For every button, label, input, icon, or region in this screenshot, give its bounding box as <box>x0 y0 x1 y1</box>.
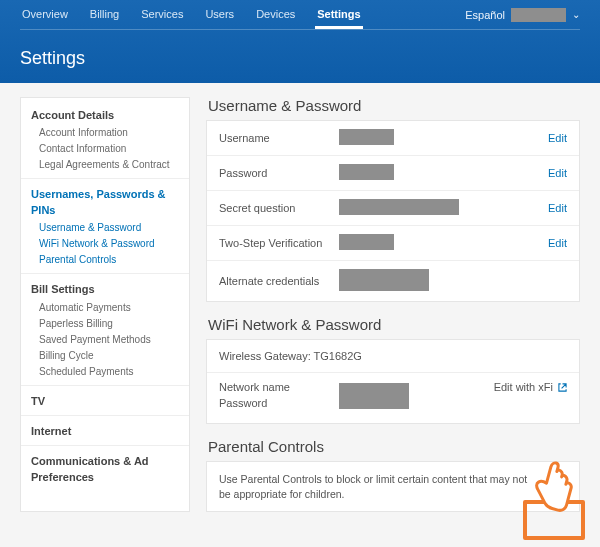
tab-billing[interactable]: Billing <box>88 1 121 29</box>
section-title-username-password: Username & Password <box>208 97 580 114</box>
sidebar-head-usernames-passwords-pins[interactable]: Usernames, Passwords & PINs <box>31 187 179 218</box>
sidebar-head-account-details[interactable]: Account Details <box>31 108 179 123</box>
sidebar-item-parental-controls[interactable]: Parental Controls <box>31 253 179 267</box>
section-title-wifi: WiFi Network & Password <box>208 316 580 333</box>
sidebar-item-scheduled-payments[interactable]: Scheduled Payments <box>31 365 179 379</box>
top-nav: Overview Billing Services Users Devices … <box>20 1 465 29</box>
password-value-redacted <box>339 164 394 180</box>
sidebar-item-legal[interactable]: Legal Agreements & Contract <box>31 158 179 172</box>
secret-question-value-redacted <box>339 199 459 215</box>
sidebar-head-bill-settings[interactable]: Bill Settings <box>31 282 179 297</box>
edit-two-step-link[interactable]: Edit <box>548 237 567 249</box>
username-value-redacted <box>339 129 394 145</box>
row-label-alternate-credentials: Alternate credentials <box>219 275 339 287</box>
row-label-two-step: Two-Step Verification <box>219 237 339 249</box>
sidebar-head-tv[interactable]: TV <box>31 394 179 409</box>
tab-settings[interactable]: Settings <box>315 1 362 29</box>
sidebar-head-communications[interactable]: Communications & Ad Preferences <box>31 454 179 485</box>
edit-with-xfi-link[interactable]: Edit with xFi <box>494 381 567 393</box>
user-name-redacted <box>511 8 566 22</box>
card-wifi: Wireless Gateway: TG1682G Network name P… <box>206 339 580 424</box>
edit-secret-question-link[interactable]: Edit <box>548 202 567 214</box>
row-label-password: Password <box>219 167 339 179</box>
sidebar-head-internet[interactable]: Internet <box>31 424 179 439</box>
page-title: Settings <box>20 30 580 83</box>
row-label-username: Username <box>219 132 339 144</box>
card-parental-controls: Use Parental Controls to block or limit … <box>206 461 580 512</box>
tab-users[interactable]: Users <box>203 1 236 29</box>
card-username-password: Username Edit Password Edit Secret quest… <box>206 120 580 302</box>
edit-password-link[interactable]: Edit <box>548 167 567 179</box>
alternate-credentials-value-redacted <box>339 269 429 291</box>
sidebar-item-auto-payments[interactable]: Automatic Payments <box>31 301 179 315</box>
language-label: Español <box>465 9 505 21</box>
wifi-network-name-label: Network name <box>219 381 339 393</box>
two-step-value-redacted <box>339 234 394 250</box>
tab-services[interactable]: Services <box>139 1 185 29</box>
sidebar-item-billing-cycle[interactable]: Billing Cycle <box>31 349 179 363</box>
sidebar-item-contact-info[interactable]: Contact Information <box>31 142 179 156</box>
chevron-down-icon: ⌄ <box>572 9 580 20</box>
section-title-parental-controls: Parental Controls <box>208 438 580 455</box>
edit-parental-controls-link[interactable]: Edit <box>548 481 567 493</box>
wifi-values-redacted <box>339 383 409 409</box>
tab-overview[interactable]: Overview <box>20 1 70 29</box>
sidebar-item-wifi-password[interactable]: WiFi Network & Password <box>31 237 179 251</box>
sidebar-item-paperless[interactable]: Paperless Billing <box>31 317 179 331</box>
wifi-gateway-label: Wireless Gateway: <box>219 350 311 362</box>
wifi-gateway-value: TG1682G <box>314 350 362 362</box>
sidebar-item-username-password[interactable]: Username & Password <box>31 221 179 235</box>
wifi-password-label: Password <box>219 397 339 409</box>
sidebar-item-account-info[interactable]: Account Information <box>31 126 179 140</box>
tab-devices[interactable]: Devices <box>254 1 297 29</box>
language-switcher[interactable]: Español ⌄ <box>465 8 580 22</box>
sidebar-item-saved-methods[interactable]: Saved Payment Methods <box>31 333 179 347</box>
parental-controls-description: Use Parental Controls to block or limit … <box>219 472 548 501</box>
settings-sidebar: Account Details Account Information Cont… <box>20 97 190 512</box>
row-label-secret-question: Secret question <box>219 202 339 214</box>
edit-username-link[interactable]: Edit <box>548 132 567 144</box>
external-link-icon <box>558 383 567 392</box>
